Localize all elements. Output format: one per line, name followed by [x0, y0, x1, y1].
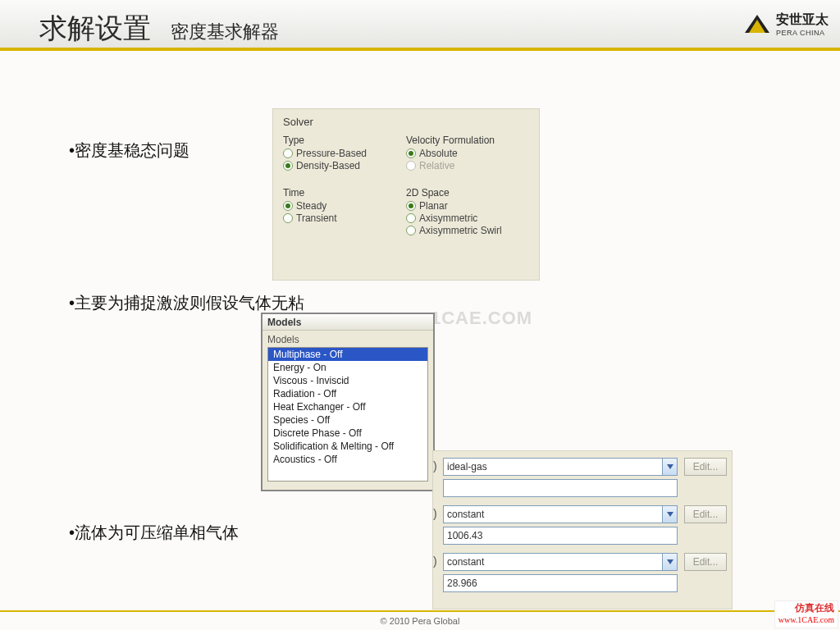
bullet-2: •主要为捕捉激波则假设气体无粘 — [69, 292, 304, 314]
property-molwt-combo[interactable] — [443, 553, 678, 571]
paren-icon: ) — [433, 555, 437, 568]
radio-relative: Relative — [406, 160, 537, 171]
paren-icon: ) — [433, 507, 437, 520]
title-sub: 密度基求解器 — [171, 20, 279, 44]
radio-label: Relative — [419, 160, 454, 171]
radio-icon — [406, 148, 416, 158]
type-label: Type — [283, 135, 406, 146]
models-listbox[interactable]: Multiphase - Off Energy - On Viscous - I… — [267, 347, 428, 482]
list-item[interactable]: Species - Off — [268, 413, 427, 427]
radio-icon — [283, 148, 293, 158]
corner-url[interactable]: www.1CAE.com — [778, 615, 834, 624]
radio-label: Steady — [296, 200, 326, 212]
radio-icon — [406, 213, 416, 223]
combo-input[interactable] — [443, 553, 663, 571]
list-item[interactable]: Multiphase - Off — [268, 348, 427, 361]
svg-marker-4 — [667, 559, 673, 564]
radio-steady[interactable]: Steady — [283, 200, 406, 212]
edit-button[interactable]: Edit... — [684, 458, 727, 476]
brand-logo: 安世亚太 PERA CHINA — [743, 11, 829, 37]
corner-cn: 仿真在线 — [778, 603, 834, 614]
space-label: 2D Space — [406, 187, 537, 199]
radio-transient[interactable]: Transient — [283, 212, 406, 224]
radio-icon — [283, 201, 293, 211]
radio-icon — [406, 201, 416, 211]
logo-triangle-icon — [743, 13, 771, 36]
radio-icon — [283, 161, 293, 171]
radio-icon — [406, 226, 416, 235]
source-watermark: 仿真在线 www.1CAE.com — [774, 600, 838, 628]
solver-time-group: Time Steady Transient — [283, 187, 406, 237]
models-group-label: Models — [262, 331, 433, 347]
solver-space-group: 2D Space Planar Axisymmetric Axisymmetri… — [406, 187, 537, 237]
solver-velocity-group: Velocity Formulation Absolute Relative — [406, 135, 537, 172]
radio-axisymmetric-swirl[interactable]: Axisymmetric Swirl — [406, 225, 537, 236]
svg-marker-2 — [667, 464, 673, 469]
solver-panel: Solver Type Pressure-Based Density-Based… — [272, 108, 540, 281]
radio-label: Absolute — [419, 148, 458, 159]
value-input[interactable] — [443, 574, 678, 592]
property-density-value[interactable] — [443, 479, 678, 497]
title-main: 求解设置 — [39, 10, 151, 48]
footer-copyright: © 2010 Pera Global — [0, 610, 840, 630]
models-panel: Models Models Multiphase - Off Energy - … — [261, 313, 435, 491]
radio-label: Axisymmetric — [419, 212, 477, 224]
list-item[interactable]: Acoustics - Off — [268, 453, 427, 466]
property-molwt-value[interactable] — [443, 574, 678, 592]
radio-pressure-based[interactable]: Pressure-Based — [283, 148, 406, 159]
time-label: Time — [283, 187, 406, 199]
models-titlebar: Models — [262, 313, 433, 331]
velocity-label: Velocity Formulation — [406, 135, 537, 146]
radio-density-based[interactable]: Density-Based — [283, 160, 406, 171]
chevron-down-icon[interactable] — [663, 458, 678, 476]
solver-title: Solver — [283, 116, 529, 128]
property-density-combo[interactable] — [443, 458, 678, 476]
radio-label: Planar — [419, 200, 448, 212]
solver-type-group: Type Pressure-Based Density-Based — [283, 135, 406, 172]
radio-axisymmetric[interactable]: Axisymmetric — [406, 212, 537, 224]
bullet-1: •密度基稳态问题 — [69, 139, 189, 162]
list-item[interactable]: Solidification & Melting - Off — [268, 440, 427, 453]
radio-label: Density-Based — [296, 160, 360, 171]
list-item[interactable]: Heat Exchanger - Off — [268, 400, 427, 413]
value-input[interactable] — [443, 527, 678, 545]
watermark: 1CAE.COM — [431, 308, 532, 329]
radio-icon — [406, 161, 416, 171]
combo-input[interactable] — [443, 458, 663, 476]
bullet-3: •流体为可压缩单相气体 — [69, 522, 239, 544]
property-cp-combo[interactable] — [443, 505, 678, 523]
combo-input[interactable] — [443, 505, 663, 523]
radio-label: Axisymmetric Swirl — [419, 225, 502, 236]
radio-absolute[interactable]: Absolute — [406, 148, 537, 159]
logo-en-text: PERA CHINA — [776, 29, 829, 37]
list-item[interactable]: Energy - On — [268, 361, 427, 374]
value-input[interactable] — [443, 479, 678, 497]
chevron-down-icon[interactable] — [663, 505, 678, 523]
list-item[interactable]: Discrete Phase - Off — [268, 427, 427, 440]
paren-icon: ) — [433, 459, 437, 472]
property-cp-value[interactable] — [443, 527, 678, 545]
list-item[interactable]: Viscous - Inviscid — [268, 374, 427, 387]
material-properties-panel: ) Edit... ) Edit... ) — [432, 450, 733, 609]
radio-planar[interactable]: Planar — [406, 200, 537, 212]
edit-button[interactable]: Edit... — [684, 553, 727, 571]
logo-cn-text: 安世亚太 — [776, 11, 829, 29]
chevron-down-icon[interactable] — [663, 553, 678, 571]
svg-marker-3 — [667, 512, 673, 517]
list-item[interactable]: Radiation - Off — [268, 387, 427, 400]
edit-button[interactable]: Edit... — [684, 505, 727, 523]
radio-icon — [283, 213, 293, 223]
radio-label: Pressure-Based — [296, 148, 367, 159]
radio-label: Transient — [296, 212, 337, 224]
slide-header: 求解设置 密度基求解器 安世亚太 PERA CHINA — [0, 0, 840, 51]
